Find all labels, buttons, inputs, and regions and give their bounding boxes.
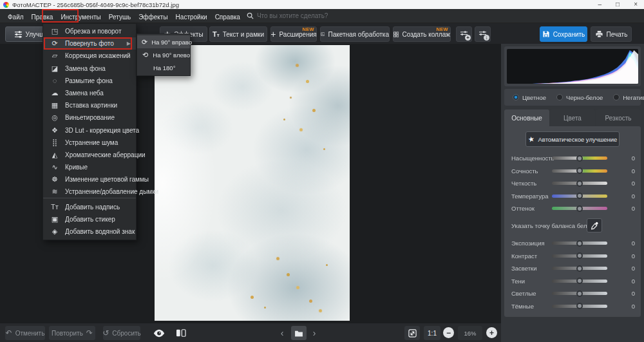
show-original-button[interactable] — [149, 326, 169, 340]
auto-enhance-button[interactable]: ★ Автоматическое улучшение — [526, 131, 620, 147]
slider-handle[interactable] — [576, 303, 583, 309]
undo-icon: ↶ — [6, 329, 12, 337]
tools-menu-item[interactable]: ⣿ Устранение шума — [43, 137, 136, 149]
slider-row: Контраст 0 — [504, 250, 641, 263]
menubar-item[interactable]: Файл — [4, 11, 28, 23]
slider-value: 0 — [632, 278, 635, 285]
menu-item-label: Добавить водяной знак — [65, 228, 135, 235]
slider-handle[interactable] — [576, 167, 583, 174]
tools-menu-item[interactable]: ∿ Кривые — [43, 161, 136, 173]
rotate-item-label: На 90° влево — [153, 52, 190, 59]
zoom-in-button[interactable]: + — [486, 327, 497, 338]
tools-menu-item[interactable]: ☁ Замена неба — [43, 87, 136, 99]
menu-item-label: Хроматические аберрации — [65, 151, 146, 158]
tools-menu-item[interactable]: ◪ Замена фона — [43, 62, 136, 75]
button-preset-add[interactable]: + — [456, 26, 472, 42]
app-icon — [3, 2, 9, 8]
tools-menu-item[interactable]: ▣ Добавить стикер — [43, 213, 136, 225]
auto-enhance-label: Автоматическое улучшение — [538, 136, 617, 143]
compare-before-after-button[interactable] — [173, 326, 189, 340]
eyedropper-button[interactable] — [587, 218, 602, 233]
print-button[interactable]: Печать — [591, 26, 632, 42]
slider-row: Сочность 0 — [504, 165, 641, 178]
menubar-item[interactable]: Справка — [211, 11, 244, 23]
tools-menu-item[interactable]: ◭ Хроматические аберрации — [43, 149, 136, 161]
slider-handle[interactable] — [576, 265, 583, 272]
rotate-submenu-item[interactable]: ⟳ На 90° вправо — [137, 35, 190, 48]
menu-item-icon: Tт — [50, 204, 60, 211]
slider-label: Тени — [511, 278, 525, 285]
color-mode-radio[interactable]: Негатив — [613, 94, 644, 101]
menubar-item[interactable]: Инструменты — [57, 11, 104, 23]
rotate-submenu-item[interactable]: На 180° — [137, 61, 190, 74]
menubar-search[interactable]: Что вы хотите сделать? — [247, 12, 328, 19]
folder-icon — [294, 330, 303, 337]
save-button[interactable]: Сохранить — [540, 26, 587, 42]
menu-item-label: Добавить стикер — [65, 216, 115, 223]
panel-tab[interactable]: Основные — [504, 109, 549, 126]
tools-menu-item[interactable]: Tт Добавить надпись — [43, 201, 136, 213]
slider-handle[interactable] — [576, 155, 583, 162]
redo-button[interactable]: Повторить ↷ — [49, 326, 95, 340]
tools-menu-item[interactable]: ◌ Размытие фона — [43, 75, 136, 87]
slider-handle[interactable] — [576, 193, 583, 199]
tools-menu-item[interactable]: ◈ Добавить водяной знак — [43, 225, 136, 238]
fit-to-screen-button[interactable] — [404, 326, 420, 340]
button-text-frames[interactable]: Tт Текст и рамки — [209, 26, 267, 42]
minimize-button[interactable]: – — [598, 0, 602, 9]
slider-handle[interactable] — [576, 252, 583, 259]
menu-item-label: Размытие фона — [65, 77, 113, 84]
slider-label: Температура — [511, 193, 549, 200]
slider-label: Четкость — [511, 180, 536, 187]
reset-button[interactable]: ↺ Сбросить — [103, 326, 140, 340]
menu-item-icon: ☸ — [50, 176, 60, 183]
zoom-level: 16% — [458, 326, 482, 340]
button-extensions[interactable]: + Расширения NEW — [270, 26, 317, 42]
color-mode-radio[interactable]: Цветное — [513, 94, 546, 101]
panel-tab[interactable]: Резкость — [596, 109, 641, 126]
menu-item-label: Добавить надпись — [65, 204, 120, 211]
maximize-button[interactable]: □ — [616, 0, 620, 9]
zoom-out-button[interactable]: − — [443, 327, 454, 338]
slider-handle[interactable] — [576, 290, 583, 297]
histogram-plot — [507, 49, 638, 84]
tools-menu-item[interactable]: ≋ Устранение/добавление дымки — [43, 185, 136, 198]
magic-star-icon: ★ — [527, 135, 535, 144]
slider-handle[interactable] — [576, 180, 583, 187]
button-preset-download[interactable]: ↓ — [475, 26, 491, 42]
rotate-submenu-item[interactable]: ⟲ На 90° влево — [137, 48, 190, 61]
menubar-item[interactable]: Настройки — [172, 11, 211, 23]
radio-dot-icon — [513, 94, 519, 100]
photo-preview[interactable] — [155, 45, 350, 321]
radio-dot-icon — [613, 94, 620, 100]
panel-tab[interactable]: Цвета — [550, 109, 595, 126]
tools-menu-item[interactable]: ▦ Вставка картинки — [43, 99, 136, 111]
radio-label: Негатив — [623, 94, 644, 101]
close-button[interactable]: × — [634, 0, 638, 9]
menubar-item[interactable]: Эффекты — [135, 11, 171, 23]
menu-item-icon: ◳ — [50, 28, 60, 35]
tools-menu-item[interactable]: ◳ Обрезка и поворот — [43, 25, 136, 37]
button-create-collage[interactable]: Создать коллаж NEW — [393, 26, 451, 42]
titlebar: ФотоМАСТЕР - 256c685b-056f-4049-9c9c-bef… — [0, 0, 644, 9]
button-batch-processing[interactable]: Пакетная обработка — [320, 26, 390, 42]
slider-handle[interactable] — [576, 205, 583, 212]
slider-handle[interactable] — [576, 278, 583, 284]
tools-menu-item[interactable]: ☸ Изменение цветовой гаммы — [43, 173, 136, 185]
menubar-item[interactable]: Ретушь — [105, 11, 135, 23]
zoom-100-button[interactable]: 1:1 — [424, 326, 440, 340]
undo-button[interactable]: ↶ Отменить — [5, 326, 45, 340]
color-mode-radio[interactable]: Черно-белое — [556, 94, 603, 101]
tools-menu-item[interactable]: ▱ Коррекция искажений — [43, 50, 136, 62]
slider-handle[interactable] — [576, 240, 583, 247]
tools-menu-item[interactable]: ⟳ Повернуть фото ▶ — [43, 37, 136, 50]
menubar-item[interactable]: Правка — [28, 11, 57, 23]
tools-menu-item[interactable]: ❖ 3D Lut - коррекция цвета — [43, 124, 136, 137]
next-photo-button[interactable]: › — [308, 326, 321, 340]
tools-menu-item[interactable]: ◎ Виньетирование — [43, 111, 136, 124]
menu-item-icon: ☁ — [50, 90, 60, 97]
open-folder-button[interactable] — [291, 326, 307, 340]
previous-photo-button[interactable]: ‹ — [276, 326, 289, 340]
print-label: Печать — [607, 31, 628, 38]
photomaster-window: ФотоМАСТЕР - 256c685b-056f-4049-9c9c-bef… — [0, 0, 644, 342]
